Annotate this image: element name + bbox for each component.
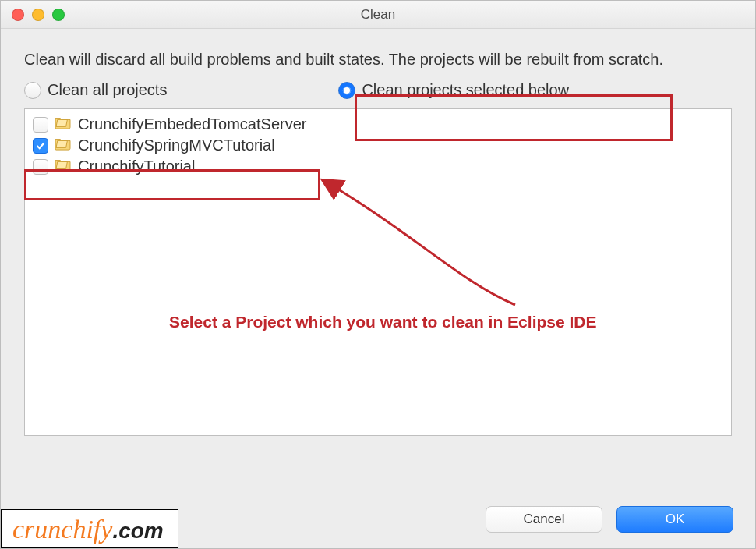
radio-clean-all[interactable]: Clean all projects [24,81,167,99]
project-name: CrunchifySpringMVCTutorial [78,136,275,154]
dialog-window: Clean Clean will discard all build probl… [0,0,756,549]
checkbox[interactable] [33,159,48,175]
dialog-content: Clean will discard all build problems an… [1,29,755,444]
radio-clean-all-label: Clean all projects [48,81,167,99]
list-item[interactable]: CrunchifySpringMVCTutorial [25,135,731,156]
folder-icon [55,136,72,154]
titlebar: Clean [1,1,755,29]
folder-icon [55,115,72,133]
folder-icon [55,158,72,175]
radio-icon [338,82,355,99]
list-item[interactable]: CrunchifyTutorial [25,156,731,177]
radio-clean-selected-label: Clean projects selected below [362,81,569,99]
watermark-part2: .com [112,519,163,544]
radio-icon [24,82,41,99]
project-list[interactable]: CrunchifyEmbededTomcatServer CrunchifySp… [24,108,732,436]
description-text: Clean will discard all build problems an… [24,49,732,70]
watermark-logo: crunchify .com [1,509,178,548]
cancel-button[interactable]: Cancel [486,506,602,533]
window-title: Clean [1,7,755,23]
dialog-buttons: Cancel OK [486,506,733,533]
radio-clean-selected[interactable]: Clean projects selected below [338,81,569,99]
radio-group: Clean all projects Clean projects select… [24,81,732,99]
checkbox[interactable] [33,117,48,133]
ok-button[interactable]: OK [616,506,733,533]
checkbox[interactable] [33,138,48,154]
project-name: CrunchifyEmbededTomcatServer [78,115,306,133]
list-item[interactable]: CrunchifyEmbededTomcatServer [25,114,731,135]
watermark-part1: crunchify [12,515,112,544]
project-name: CrunchifyTutorial [78,158,195,175]
